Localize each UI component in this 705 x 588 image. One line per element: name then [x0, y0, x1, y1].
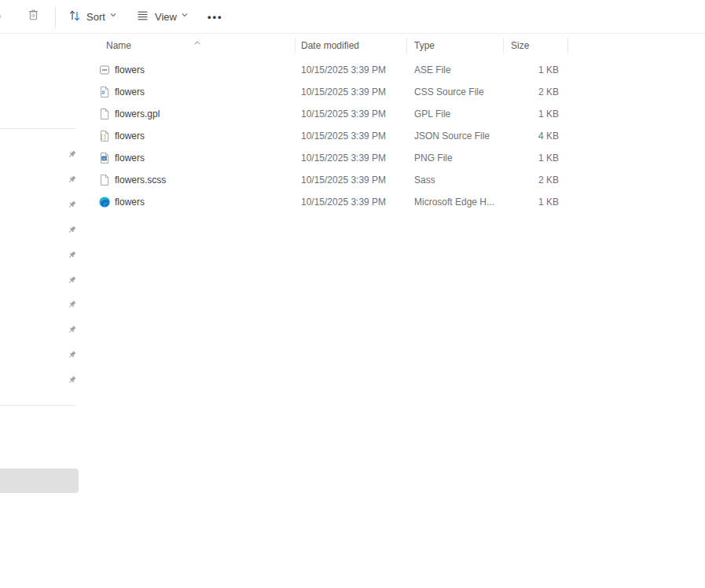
file-date-modified: 10/15/2025 3:39 PM — [301, 81, 386, 103]
file-size: 4 KB — [472, 125, 559, 147]
file-date-modified: 10/15/2025 3:39 PM — [301, 125, 386, 147]
sidebar-pinned-item[interactable] — [66, 275, 78, 286]
pushpin-icon — [66, 200, 77, 213]
file-size: 2 KB — [472, 169, 559, 191]
file-type: ASE File — [414, 59, 451, 81]
file-type: GPL File — [414, 103, 450, 125]
pushpin-icon — [66, 300, 77, 313]
pushpin-icon — [66, 275, 77, 288]
sidebar-divider — [0, 405, 75, 406]
table-row[interactable]: { } flowers 10/15/2025 3:39 PM JSON Sour… — [79, 125, 653, 147]
view-button[interactable]: View — [130, 3, 192, 31]
file-name: flowers — [115, 125, 145, 147]
pushpin-icon — [66, 250, 77, 263]
sidebar-selected-item[interactable] — [0, 469, 79, 493]
more-options-button[interactable]: ••• — [203, 3, 228, 31]
sidebar-pinned-item[interactable] — [66, 225, 78, 236]
clipped-toolbar-icon[interactable] — [0, 9, 6, 25]
table-row[interactable]: flowers.scss 10/15/2025 3:39 PM Sass 2 K… — [79, 169, 653, 191]
column-header-size[interactable]: Size — [511, 35, 529, 57]
trash-icon — [26, 8, 41, 26]
table-row[interactable]: flowers 10/15/2025 3:39 PM Microsoft Edg… — [79, 191, 653, 213]
file-name: flowers — [115, 81, 145, 103]
toolbar: Sort View ••• — [0, 0, 705, 34]
file-size: 1 KB — [472, 147, 559, 169]
file-date-modified: 10/15/2025 3:39 PM — [301, 147, 386, 169]
table-row[interactable]: # flowers 10/15/2025 3:39 PM CSS Source … — [79, 81, 653, 103]
file-type: PNG File — [414, 147, 453, 169]
pushpin-icon — [66, 375, 77, 388]
sort-arrows-icon — [68, 9, 82, 26]
sort-ascending-icon — [193, 35, 201, 39]
list-lines-icon — [135, 9, 150, 26]
pushpin-icon — [66, 175, 77, 188]
edge-html-icon — [98, 196, 111, 208]
file-list: Name Date modified Type Size flowers 10/… — [79, 35, 705, 588]
file-explorer-window: Sort View ••• — [0, 0, 705, 588]
file-date-modified: 10/15/2025 3:39 PM — [301, 169, 386, 191]
css-file-icon: # — [98, 86, 111, 98]
file-size: 1 KB — [472, 103, 559, 125]
sidebar-pinned-item[interactable] — [66, 149, 78, 160]
sidebar-pinned-item[interactable] — [66, 325, 78, 336]
file-size: 1 KB — [472, 191, 559, 213]
table-row[interactable]: flowers 10/15/2025 3:39 PM PNG File 1 KB — [79, 147, 653, 169]
chevron-down-icon — [182, 13, 187, 18]
navigation-pane — [0, 35, 79, 588]
column-header-date-modified[interactable]: Date modified — [301, 35, 359, 57]
file-name: flowers.scss — [115, 169, 166, 191]
pushpin-icon — [66, 225, 77, 238]
delete-button[interactable] — [21, 3, 46, 31]
svg-text:{ }: { } — [101, 134, 106, 140]
sidebar-pinned-item[interactable] — [66, 200, 78, 211]
file-date-modified: 10/15/2025 3:39 PM — [301, 191, 386, 213]
chevron-down-icon — [110, 13, 116, 18]
column-header-name[interactable]: Name — [106, 35, 131, 57]
sidebar-pinned-item[interactable] — [66, 250, 78, 261]
file-name: flowers — [115, 59, 145, 81]
sidebar-pinned-item[interactable] — [66, 175, 78, 186]
generic-file-icon — [98, 108, 111, 120]
pushpin-icon — [66, 325, 77, 338]
file-name: flowers — [115, 147, 145, 169]
png-file-icon — [98, 152, 111, 164]
pushpin-icon — [66, 350, 77, 363]
sidebar-pinned-item[interactable] — [66, 300, 78, 311]
file-size: 1 KB — [472, 59, 559, 81]
file-type: Sass — [414, 169, 435, 191]
toolbar-divider — [55, 7, 56, 28]
sort-button[interactable]: Sort — [63, 3, 120, 31]
sidebar-divider — [0, 128, 75, 129]
pushpin-icon — [66, 149, 77, 163]
sort-button-label: Sort — [86, 11, 105, 23]
sidebar-pinned-item[interactable] — [66, 375, 78, 386]
file-size: 2 KB — [472, 81, 559, 103]
json-file-icon: { } — [98, 130, 111, 142]
table-row[interactable]: flowers 10/15/2025 3:39 PM ASE File 1 KB — [79, 59, 653, 81]
file-name: flowers — [115, 191, 145, 213]
file-date-modified: 10/15/2025 3:39 PM — [301, 103, 386, 125]
file-name: flowers.gpl — [115, 103, 160, 125]
column-separator[interactable] — [406, 38, 407, 54]
generic-file-icon — [98, 174, 111, 186]
column-separator[interactable] — [567, 38, 568, 54]
file-date-modified: 10/15/2025 3:39 PM — [301, 59, 386, 81]
column-separator[interactable] — [295, 38, 296, 54]
column-separator[interactable] — [503, 38, 504, 54]
column-header-type[interactable]: Type — [414, 35, 435, 57]
sidebar-pinned-item[interactable] — [66, 350, 78, 361]
column-headers: Name Date modified Type Size — [79, 35, 705, 57]
ase-file-icon — [98, 64, 111, 76]
view-button-label: View — [155, 11, 177, 23]
ellipsis-icon: ••• — [207, 11, 223, 23]
table-row[interactable]: flowers.gpl 10/15/2025 3:39 PM GPL File … — [79, 103, 653, 125]
